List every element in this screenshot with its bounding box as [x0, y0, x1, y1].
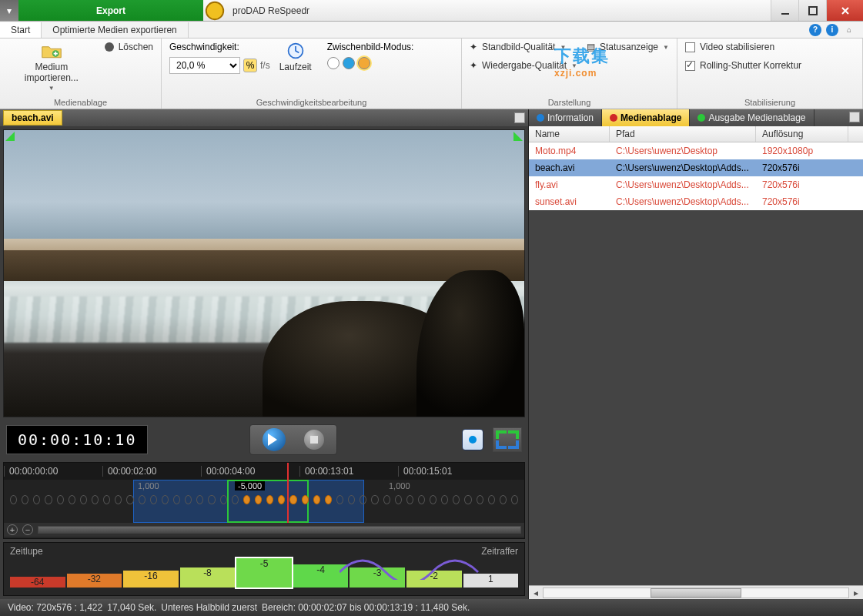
still-quality-dropdown[interactable]: ✦Standbild-Qualität▼ — [470, 42, 577, 52]
speed-badge: 1,000 — [138, 481, 159, 490]
timecode-display: 00:00:10:10 — [6, 425, 148, 454]
info-icon[interactable]: i — [826, 24, 838, 36]
crop-marker-icon — [5, 132, 15, 141]
speed-ramp[interactable]: ZeitlupeZeitraffer -64-32-16-8-5-4-3-21 — [3, 542, 525, 596]
menu-dropdown[interactable]: ▾ — [0, 0, 18, 21]
timeline[interactable]: 00:00:00:00 00:00:02:00 00:00:04:00 00:0… — [3, 462, 525, 539]
import-media-label: Medium importieren... — [8, 62, 95, 83]
tab-medienablage[interactable]: Medienablage — [602, 109, 690, 126]
preview-file-tab[interactable]: beach.avi — [3, 110, 62, 126]
speed-label: Geschwindigkeit: — [169, 42, 270, 52]
ramp-slow-label: Zeitlupe — [10, 546, 43, 557]
maximize-button[interactable] — [798, 0, 826, 21]
group-media-label: Medienablage — [8, 96, 153, 107]
tab-export-optimized[interactable]: Optimierte Medien exportieren — [42, 22, 188, 38]
minimize-button[interactable] — [771, 0, 798, 21]
rolling-shutter-check[interactable]: Rolling-Shutter Korrektur — [685, 60, 801, 71]
play-button[interactable] — [263, 428, 286, 451]
ruler-tick: 00:00:04:00 — [201, 466, 299, 477]
group-speed-label: Geschwindigkeitsbearbeitung — [169, 96, 453, 107]
ruler-tick: 00:00:00:00 — [4, 466, 102, 477]
ruler-tick: 00:00:02:00 — [102, 466, 201, 477]
interframe-label: Zwischenbild-Modus: — [327, 42, 414, 52]
percent-toggle[interactable]: % — [243, 59, 257, 72]
table-row[interactable]: sunset.aviC:\Users\uwenz\Desktop\Adds...… — [529, 193, 863, 210]
app-icon — [203, 0, 226, 21]
tab-start[interactable]: Start — [0, 22, 42, 38]
playhead[interactable] — [287, 463, 289, 523]
runtime-label: Laufzeit — [279, 62, 312, 72]
col-path[interactable]: Pfad — [610, 126, 756, 142]
video-preview[interactable] — [3, 129, 525, 417]
crop-marker-icon — [513, 132, 523, 141]
panel-expand-left[interactable] — [514, 112, 525, 123]
media-table: Name Pfad Auflösung Moto.mp4C:\Users\uwe… — [529, 126, 863, 210]
runtime-button[interactable]: Laufzeit — [279, 42, 312, 72]
delete-button[interactable]: Löschen — [105, 42, 153, 52]
tab-ausgabe[interactable]: Ausgabe Medienablage — [690, 109, 814, 126]
status-bar: Video: 720x576 : 1,422 17,040 Sek. Unter… — [0, 599, 863, 616]
zoom-out-button[interactable]: − — [22, 524, 33, 535]
export-tab[interactable]: Export — [18, 0, 203, 21]
group-stabilize-label: Stabilisierung — [685, 96, 855, 107]
stop-button[interactable] — [304, 430, 324, 450]
import-media-button[interactable]: Medium importieren... ▼ — [8, 42, 95, 92]
table-row[interactable]: fly.aviC:\Users\uwenz\Desktop\Adds...720… — [529, 176, 863, 193]
mode-blend-button[interactable] — [343, 57, 355, 69]
ramp-wave-icon — [340, 549, 493, 580]
media-empty-area — [529, 210, 863, 585]
table-row[interactable]: Moto.mp4C:\Users\uwenz\Desktop1920x1080p — [529, 142, 863, 159]
app-title: proDAD ReSpeedr — [226, 0, 771, 21]
speed-select[interactable]: 20,0 % — [169, 57, 240, 74]
help-icon[interactable]: ? — [809, 24, 821, 36]
group-display-label: Darstellung — [470, 96, 669, 107]
video-stabilize-check[interactable]: Video stabilisieren — [685, 42, 801, 52]
panel-expand-right[interactable] — [849, 112, 860, 122]
close-button[interactable] — [826, 0, 863, 21]
svg-point-0 — [206, 2, 224, 19]
status-display-dropdown[interactable]: ▤Statusanzeige▼ — [587, 42, 669, 52]
fit-view-button[interactable] — [493, 427, 522, 452]
col-name[interactable]: Name — [529, 126, 610, 142]
ruler-tick: 00:00:13:01 — [299, 466, 398, 477]
delete-label: Löschen — [119, 42, 153, 52]
mode-optical-button[interactable] — [358, 57, 370, 69]
speed-badge: 1,000 — [389, 481, 410, 490]
fps-label: f/s — [260, 60, 270, 71]
record-button[interactable] — [462, 429, 483, 450]
svg-rect-1 — [781, 13, 789, 15]
tab-information[interactable]: Information — [529, 109, 602, 126]
col-resolution[interactable]: Auflösung — [756, 126, 848, 142]
speed-badge: -5,000 — [235, 481, 265, 490]
table-row[interactable]: beach.aviC:\Users\uwenz\Desktop\Adds...7… — [529, 159, 863, 176]
media-hscrollbar[interactable]: ◂▸ — [529, 585, 863, 599]
timeline-scrollbar[interactable] — [38, 526, 521, 534]
svg-rect-2 — [809, 7, 817, 15]
playback-quality-dropdown[interactable]: ✦Wiedergabe-Qualität▼ — [470, 60, 577, 71]
collapse-ribbon-icon[interactable]: ⌂ — [843, 24, 855, 36]
ruler-tick: 00:00:15:01 — [398, 466, 497, 477]
zoom-in-button[interactable]: + — [7, 524, 18, 535]
mode-none-button[interactable] — [327, 57, 340, 69]
